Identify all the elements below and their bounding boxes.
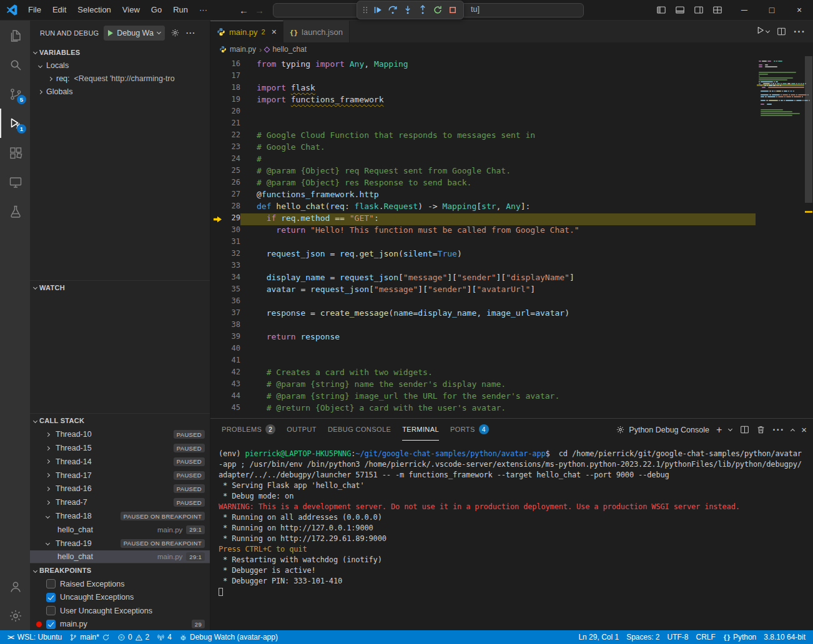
code-line-19[interactable]: 19import functions_framework (210, 95, 756, 107)
callstack-frame[interactable]: hello_chatmain.py29:1 (30, 523, 210, 537)
code-line-45[interactable]: 45 # @return {Object} a card with the us… (210, 403, 756, 415)
terminal-profiles-dropdown-icon[interactable] (728, 426, 732, 431)
activity-testing[interactable] (0, 197, 30, 226)
code-line-16[interactable]: 16from typing import Any, Mapping (210, 59, 756, 71)
step-out-button[interactable] (416, 3, 430, 17)
code-line-34[interactable]: 34 display_name = request_json["message"… (210, 273, 756, 285)
breakpoint-checkbox[interactable] (46, 620, 56, 629)
views-more-actions-icon[interactable]: ··· (186, 29, 196, 37)
call-stack-header[interactable]: CALL STACK (30, 414, 210, 427)
step-over-button[interactable] (386, 3, 400, 17)
maximize-panel-icon[interactable] (791, 429, 795, 433)
terminal-profile[interactable]: Python Debug Console (616, 425, 709, 434)
status-problems[interactable]: 02 (114, 630, 153, 644)
activity-run-and-debug[interactable]: 1 (0, 109, 30, 138)
panel-tab-ports[interactable]: PORTS4 (450, 419, 489, 441)
activity-settings[interactable] (0, 601, 30, 630)
breakpoint-row[interactable]: main.py29 (30, 618, 210, 630)
code-line-18[interactable]: 18import flask (210, 83, 756, 95)
toggle-panel-icon[interactable] (671, 2, 689, 18)
tab-launch-json[interactable]: {}launch.json (283, 21, 350, 42)
breakpoint-row[interactable]: Uncaught Exceptions (30, 591, 210, 605)
status-language[interactable]: {}Python (719, 630, 760, 644)
code-line-25[interactable]: 25# @param {Object} req Request sent fro… (210, 166, 756, 178)
callstack-thread[interactable]: Thread-18PAUSED ON BREAKPOINT (30, 509, 210, 523)
run-python-file-button[interactable] (756, 26, 769, 37)
minimize-button[interactable]: ─ (731, 0, 758, 20)
split-editor-button[interactable] (777, 27, 786, 36)
menu-selection[interactable]: Selection (72, 2, 116, 17)
panel-more-actions-icon[interactable]: ··· (772, 424, 784, 436)
menu-run[interactable]: Run (167, 2, 194, 17)
code-line-24[interactable]: 24# (210, 154, 756, 166)
continue-button[interactable] (371, 3, 385, 17)
code-line-40[interactable]: 40 (210, 344, 756, 356)
panel-tab-output[interactable]: OUTPUT (287, 419, 317, 441)
panel-tab-debug-console[interactable]: DEBUG CONSOLE (328, 419, 391, 441)
menu-edit[interactable]: Edit (47, 2, 72, 17)
drag-handle-icon[interactable] (361, 3, 370, 17)
code-line-29[interactable]: 29 if req.method == "GET": (210, 213, 756, 225)
launch-config-select[interactable]: Debug Wa (104, 26, 165, 41)
breakpoint-checkbox[interactable] (46, 593, 56, 602)
debug-settings-gear-icon[interactable] (170, 27, 181, 39)
menu-view[interactable]: View (117, 2, 145, 17)
start-debug-icon[interactable] (108, 30, 113, 36)
kill-terminal-button[interactable] (756, 425, 766, 434)
callstack-thread[interactable]: Thread-14PAUSED (30, 455, 210, 469)
code-line-22[interactable]: 22# Google Cloud Function that responds … (210, 130, 756, 142)
status-cursor-position[interactable]: Ln 29, Col 1 (574, 630, 623, 644)
split-terminal-button[interactable] (740, 425, 749, 434)
minimap[interactable] (757, 60, 804, 116)
stop-button[interactable] (446, 3, 460, 17)
panel-tab-terminal[interactable]: TERMINAL (402, 419, 439, 441)
watch-header[interactable]: WATCH (30, 281, 210, 295)
activity-accounts[interactable] (0, 572, 30, 601)
activity-extensions[interactable] (0, 138, 30, 167)
code-line-41[interactable]: 41 (210, 356, 756, 368)
go-forward-button[interactable]: → (255, 5, 264, 16)
status-indentation[interactable]: Spaces: 2 (623, 630, 663, 644)
breakpoint-checkbox[interactable] (46, 606, 56, 615)
breakpoint-row[interactable]: User Uncaught Exceptions (30, 604, 210, 618)
close-icon[interactable]: × (272, 27, 277, 37)
code-line-42[interactable]: 42 # Creates a card with two widgets. (210, 368, 756, 379)
close-panel-icon[interactable]: × (801, 424, 807, 435)
breakpoint-checkbox[interactable] (46, 579, 56, 588)
code-line-37[interactable]: 37 response = create_message(name=displa… (210, 308, 756, 320)
maximize-button[interactable]: □ (758, 0, 786, 20)
editor-more-actions-icon[interactable]: ··· (794, 26, 806, 37)
breadcrumb-hello_chat[interactable]: hello_chat (265, 45, 307, 54)
code-line-35[interactable]: 35 avatar = request_json["message"]["sen… (210, 285, 756, 296)
callstack-frame[interactable]: hello_chatmain.py29:1 (30, 550, 210, 564)
status-branch[interactable]: main* (66, 630, 114, 644)
code-line-27[interactable]: 27@functions_framework.http (210, 190, 756, 202)
status-remote[interactable]: ><WSL: Ubuntu (4, 630, 66, 644)
code-line-30[interactable]: 30 return "Hello! This function must be … (210, 225, 756, 237)
status-ports[interactable]: 4 (153, 630, 175, 644)
close-button[interactable]: × (786, 0, 813, 20)
customize-layout-icon[interactable] (708, 2, 727, 18)
status-interpreter[interactable]: 3.8.10 64-bit (760, 630, 809, 644)
callstack-thread[interactable]: Thread-16PAUSED (30, 482, 210, 496)
new-terminal-button[interactable]: + (716, 425, 722, 435)
status-encoding[interactable]: UTF-8 (664, 630, 692, 644)
toggle-sidebar-icon[interactable] (652, 2, 671, 18)
editor-scrollbar[interactable] (804, 56, 813, 418)
step-into-button[interactable] (401, 3, 415, 17)
code-line-23[interactable]: 23# Google Chat. (210, 142, 756, 154)
menu-more[interactable]: ··· (194, 2, 213, 17)
activity-explorer[interactable] (0, 21, 30, 50)
activity-source-control[interactable]: 5 (0, 79, 30, 109)
code-line-36[interactable]: 36 (210, 296, 756, 308)
code-line-17[interactable]: 17 (210, 71, 756, 83)
code-editor[interactable]: 16from typing import Any, Mapping1718imp… (210, 56, 813, 418)
breakpoint-row[interactable]: Raised Exceptions (30, 577, 210, 591)
code-line-39[interactable]: 39 return response (210, 332, 756, 344)
restart-button[interactable] (431, 3, 445, 17)
status-eol[interactable]: CRLF (692, 630, 719, 644)
callstack-thread[interactable]: Thread-10PAUSED (30, 427, 210, 441)
menu-go[interactable]: Go (145, 2, 167, 17)
callstack-thread[interactable]: Thread-7PAUSED (30, 495, 210, 509)
code-line-20[interactable]: 20 (210, 107, 756, 119)
